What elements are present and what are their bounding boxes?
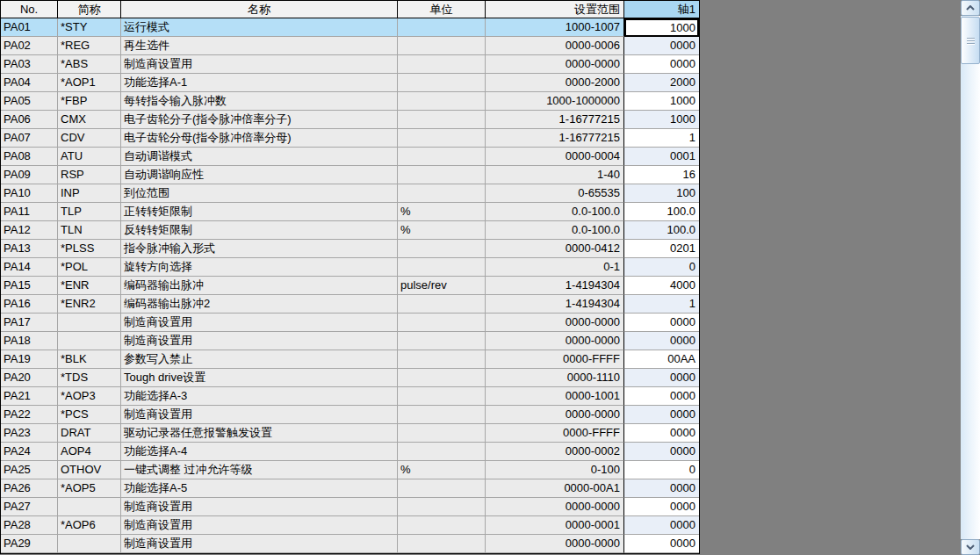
- cell-range: 0000-0000: [486, 406, 624, 424]
- cell-range: 1000-1000000: [486, 92, 624, 111]
- table-row[interactable]: PA01*STY运行模式1000-10071000: [1, 18, 699, 37]
- cell-no: PA06: [1, 111, 58, 129]
- cell-axis1[interactable]: 0000: [624, 387, 699, 406]
- cell-axis1[interactable]: 0000: [624, 332, 699, 350]
- cell-axis1[interactable]: 0001: [624, 148, 699, 166]
- cell-range: 0000-0000: [486, 535, 624, 553]
- table-row[interactable]: PA28*AOP6制造商设置用0000-00010000: [1, 516, 699, 535]
- table-row[interactable]: PA25OTHOV一键式调整 过冲允许等级%0-1000: [1, 461, 699, 479]
- cell-unit: [398, 516, 486, 535]
- cell-abbr: *REG: [58, 37, 121, 55]
- table-row[interactable]: PA08ATU自动调谐模式0000-00040001: [1, 148, 699, 166]
- table-row[interactable]: PA11TLP正转转矩限制%0.0-100.0100.0: [1, 203, 699, 221]
- table-row[interactable]: PA21*AOP3功能选择A-30000-10010000: [1, 387, 699, 406]
- cell-axis1[interactable]: 0: [624, 461, 699, 479]
- cell-no: PA12: [1, 221, 58, 240]
- table-row[interactable]: PA12TLN反转转矩限制%0.0-100.0100.0: [1, 221, 699, 240]
- cell-axis1[interactable]: 0000: [624, 37, 699, 55]
- cell-no: PA21: [1, 387, 58, 406]
- cell-axis1[interactable]: 1000: [624, 111, 699, 129]
- cell-axis1[interactable]: 0000: [624, 369, 699, 387]
- table-row[interactable]: PA06CMX电子齿轮分子(指令脉冲倍率分子)1-167772151000: [1, 111, 699, 129]
- thumb-grip: [967, 43, 975, 44]
- cell-unit: [398, 129, 486, 148]
- cell-axis1[interactable]: 1000: [624, 18, 699, 37]
- cell-unit: [398, 479, 486, 498]
- table-row[interactable]: PA13*PLSS指令脉冲输入形式0000-04120201: [1, 240, 699, 258]
- cell-axis1[interactable]: 4000: [624, 277, 699, 295]
- cell-no: PA17: [1, 314, 58, 332]
- cell-unit: [398, 258, 486, 277]
- table-row[interactable]: PA15*ENR编码器输出脉冲pulse/rev1-41943044000: [1, 277, 699, 295]
- cell-name: 制造商设置用: [121, 516, 398, 535]
- table-row[interactable]: PA19*BLK参数写入禁止0000-FFFF00AA: [1, 350, 699, 369]
- cell-name: 编码器输出脉冲: [121, 277, 398, 295]
- scroll-up-button[interactable]: [961, 0, 980, 16]
- cell-no: PA19: [1, 350, 58, 369]
- cell-no: PA22: [1, 406, 58, 424]
- table-row[interactable]: PA29制造商设置用0000-00000000: [1, 535, 699, 553]
- cell-abbr: *PLSS: [58, 240, 121, 258]
- vertical-scrollbar[interactable]: [961, 0, 980, 555]
- table-row[interactable]: PA09RSP自动调谐响应性1-4016: [1, 166, 699, 184]
- scrollbar-thumb[interactable]: [961, 17, 980, 64]
- table-row[interactable]: PA24AOP4功能选择A-40000-00020000: [1, 443, 699, 461]
- cell-axis1[interactable]: 100: [624, 184, 699, 203]
- cell-name: 参数写入禁止: [121, 350, 398, 369]
- cell-axis1[interactable]: 0000: [624, 535, 699, 553]
- scroll-down-button[interactable]: [961, 539, 980, 555]
- table-row[interactable]: PA18制造商设置用0000-00000000: [1, 332, 699, 350]
- cell-axis1[interactable]: 0000: [624, 516, 699, 535]
- cell-unit: %: [398, 203, 486, 221]
- table-row[interactable]: PA23DRAT驱动记录器任意报警触发设置0000-FFFF0000: [1, 424, 699, 443]
- cell-name: 制造商设置用: [121, 535, 398, 553]
- table-row[interactable]: PA10INP到位范围0-65535100: [1, 184, 699, 203]
- cell-axis1[interactable]: 0000: [624, 479, 699, 498]
- table-row[interactable]: PA26*AOP5功能选择A-50000-00A10000: [1, 479, 699, 498]
- table-row[interactable]: PA04*AOP1功能选择A-10000-20002000: [1, 74, 699, 92]
- cell-axis1[interactable]: 2000: [624, 74, 699, 92]
- cell-name: Tough drive设置: [121, 369, 398, 387]
- cell-axis1[interactable]: 0: [624, 258, 699, 277]
- cell-range: 1-4194304: [486, 277, 624, 295]
- table-row[interactable]: PA17制造商设置用0000-00000000: [1, 314, 699, 332]
- scrollbar-track[interactable]: [961, 16, 980, 539]
- table-row[interactable]: PA03*ABS制造商设置用0000-00000000: [1, 55, 699, 74]
- cell-name: 制造商设置用: [121, 406, 398, 424]
- cell-abbr: *AOP5: [58, 479, 121, 498]
- cell-axis1[interactable]: 1: [624, 129, 699, 148]
- cell-axis1[interactable]: 0201: [624, 240, 699, 258]
- cell-axis1[interactable]: 16: [624, 166, 699, 184]
- cell-axis1[interactable]: 0000: [624, 498, 699, 516]
- cell-name: 功能选择A-4: [121, 443, 398, 461]
- cell-axis1[interactable]: 0000: [624, 443, 699, 461]
- cell-no: PA09: [1, 166, 58, 184]
- table-row[interactable]: PA07CDV电子齿轮分母(指令脉冲倍率分母)1-167772151: [1, 129, 699, 148]
- cell-axis1[interactable]: 0000: [624, 55, 699, 74]
- cell-unit: [398, 498, 486, 516]
- cell-axis1[interactable]: 0000: [624, 406, 699, 424]
- table-row[interactable]: PA02*REG再生选件0000-00060000: [1, 37, 699, 55]
- cell-axis1[interactable]: 100.0: [624, 203, 699, 221]
- table-row[interactable]: PA16*ENR2编码器输出脉冲21-41943041: [1, 295, 699, 314]
- cell-axis1[interactable]: 1: [624, 295, 699, 314]
- table-row[interactable]: PA20*TDSTough drive设置0000-11100000: [1, 369, 699, 387]
- table-row[interactable]: PA27制造商设置用0000-00000000: [1, 498, 699, 516]
- parameter-table: No.简称名称单位设置范围轴1 PA01*STY运行模式1000-1007100…: [0, 0, 700, 554]
- cell-unit: [398, 166, 486, 184]
- cell-axis1[interactable]: 100.0: [624, 221, 699, 240]
- cell-axis1[interactable]: 1000: [624, 92, 699, 111]
- cell-no: PA04: [1, 74, 58, 92]
- cell-axis1[interactable]: 00AA: [624, 350, 699, 369]
- cell-range: 0000-2000: [486, 74, 624, 92]
- cell-unit: [398, 332, 486, 350]
- table-row[interactable]: PA14*POL旋转方向选择0-10: [1, 258, 699, 277]
- table-row[interactable]: PA22*PCS制造商设置用0000-00000000: [1, 406, 699, 424]
- cell-abbr: [58, 535, 121, 553]
- cell-axis1[interactable]: 0000: [624, 314, 699, 332]
- cell-unit: [398, 111, 486, 129]
- cell-unit: [398, 240, 486, 258]
- table-row[interactable]: PA05*FBP每转指令输入脉冲数1000-10000001000: [1, 92, 699, 111]
- cell-axis1[interactable]: 0000: [624, 424, 699, 443]
- cell-no: PA16: [1, 295, 58, 314]
